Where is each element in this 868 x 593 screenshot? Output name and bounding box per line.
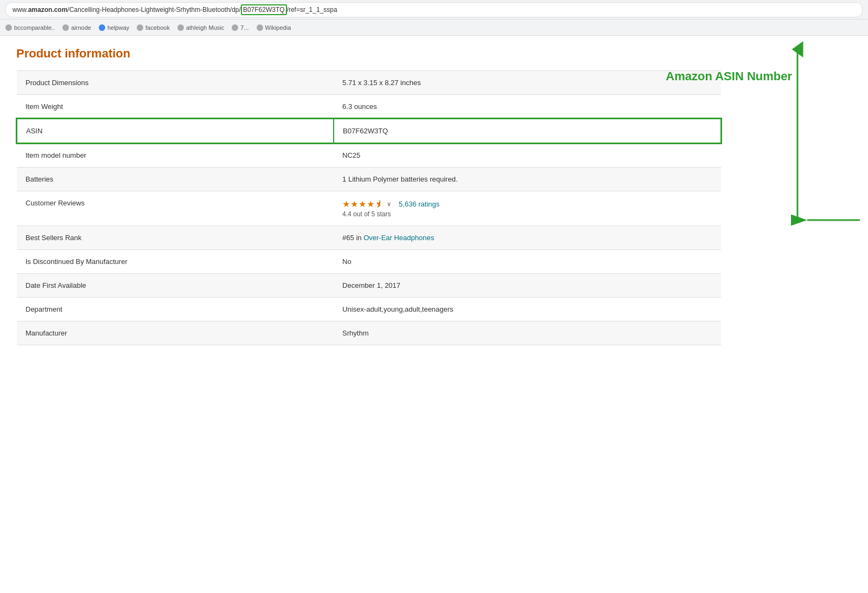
table-cell-value: #65 in Over-Ear Headphones — [334, 226, 721, 250]
table-cell-value: Unisex-adult,young,adult,teenagers — [334, 298, 721, 321]
table-row: Product Dimensions5.71 x 3.15 x 8.27 inc… — [17, 71, 721, 95]
bsr-rank: #65 in — [342, 234, 363, 242]
table-row: Batteries1 Lithium Polymer batteries req… — [17, 167, 721, 191]
bookmark-dot-5 — [177, 24, 184, 31]
bookmark-label-6: 7... — [240, 24, 248, 31]
bookmark-label-5: athleigh Music — [186, 24, 224, 31]
product-info-table: Product Dimensions5.71 x 3.15 x 8.27 inc… — [16, 70, 722, 345]
table-cell-label: Product Dimensions — [17, 71, 334, 95]
bookmark-label-2: airnode — [71, 24, 91, 31]
bookmark-5[interactable]: athleigh Music — [177, 24, 224, 31]
table-cell-label: ASIN — [17, 119, 334, 143]
table-cell-label: Item model number — [17, 143, 334, 167]
main-content: Product information Product Dimensions5.… — [0, 36, 868, 356]
table-cell-value: December 1, 2017 — [334, 274, 721, 298]
bookmark-dot-7 — [257, 24, 263, 31]
url-domain: amazon.com — [28, 6, 68, 14]
table-cell-value: 1 Lithium Polymer batteries required. — [334, 167, 721, 191]
table-cell-label: Customer Reviews — [17, 191, 334, 226]
bookmark-2[interactable]: airnode — [62, 24, 91, 31]
table-cell-label: Department — [17, 298, 334, 321]
table-cell-value: 5.71 x 3.15 x 8.27 inches — [334, 71, 721, 95]
ratings-count-link[interactable]: 5,636 ratings — [399, 200, 439, 208]
table-cell-value: B07F62W3TQ — [334, 119, 721, 143]
table-row: Customer Reviews★★★★⯨ ∨5,636 ratings4.4 … — [17, 191, 721, 226]
star-rating: ★★★★⯨ — [342, 199, 384, 209]
bookmarks-bar: bccomparable.. airnode helpway facebook … — [0, 20, 868, 36]
product-information-heading: Product information — [16, 47, 852, 61]
table-cell-value: 6.3 ounces — [334, 95, 721, 119]
table-row: Item model numberNC25 — [17, 143, 721, 167]
url-asin-highlight: B07F62W3TQ — [241, 4, 287, 15]
table-cell-label: Is Discontinued By Manufacturer — [17, 250, 334, 274]
table-cell-label: Best Sellers Rank — [17, 226, 334, 250]
bookmark-1[interactable]: bccomparable.. — [5, 24, 55, 31]
table-cell-label: Batteries — [17, 167, 334, 191]
table-row: DepartmentUnisex-adult,young,adult,teena… — [17, 298, 721, 321]
bookmark-dot-2 — [62, 24, 69, 31]
table-cell-value: ★★★★⯨ ∨5,636 ratings4.4 out of 5 stars — [334, 191, 721, 226]
bookmark-label-4: facebook — [145, 24, 170, 31]
table-cell-label: Item Weight — [17, 95, 334, 119]
table-cell-value: Srhythm — [334, 321, 721, 345]
table-row: Date First AvailableDecember 1, 2017 — [17, 274, 721, 298]
url-path: /Cancelling-Headphones-Lightweight-Srhyt… — [67, 6, 241, 14]
bookmark-dot-6 — [232, 24, 238, 31]
url-suffix: /ref=sr_1_1_sspa — [287, 6, 337, 14]
bookmark-label-3: helpway — [107, 24, 129, 31]
table-row: Best Sellers Rank#65 in Over-Ear Headpho… — [17, 226, 721, 250]
bookmark-3[interactable]: helpway — [99, 24, 129, 31]
rating-text: 4.4 out of 5 stars — [342, 210, 712, 218]
table-cell-value: No — [334, 250, 721, 274]
bookmark-dot-1 — [5, 24, 12, 31]
url-bar[interactable]: www.amazon.com/Cancelling-Headphones-Lig… — [5, 2, 863, 17]
bookmark-6[interactable]: 7... — [232, 24, 248, 31]
table-row: Is Discontinued By ManufacturerNo — [17, 250, 721, 274]
bookmark-4[interactable]: facebook — [137, 24, 170, 31]
bsr-category-link[interactable]: Over-Ear Headphones — [363, 234, 434, 242]
browser-address-bar[interactable]: www.amazon.com/Cancelling-Headphones-Lig… — [0, 0, 868, 20]
table-cell-label: Date First Available — [17, 274, 334, 298]
table-cell-value: NC25 — [334, 143, 721, 167]
url-prefix: www. — [12, 6, 28, 14]
bookmark-label-1: bccomparable.. — [14, 24, 55, 31]
bookmark-7[interactable]: Wikipedia — [257, 24, 291, 31]
table-row: Item Weight6.3 ounces — [17, 95, 721, 119]
bookmark-dot-3 — [99, 24, 105, 31]
table-row: ASINB07F62W3TQ — [17, 119, 721, 143]
bookmark-label-7: Wikipedia — [265, 24, 291, 31]
table-cell-label: Manufacturer — [17, 321, 334, 345]
bookmark-dot-4 — [137, 24, 143, 31]
table-row: ManufacturerSrhythm — [17, 321, 721, 345]
